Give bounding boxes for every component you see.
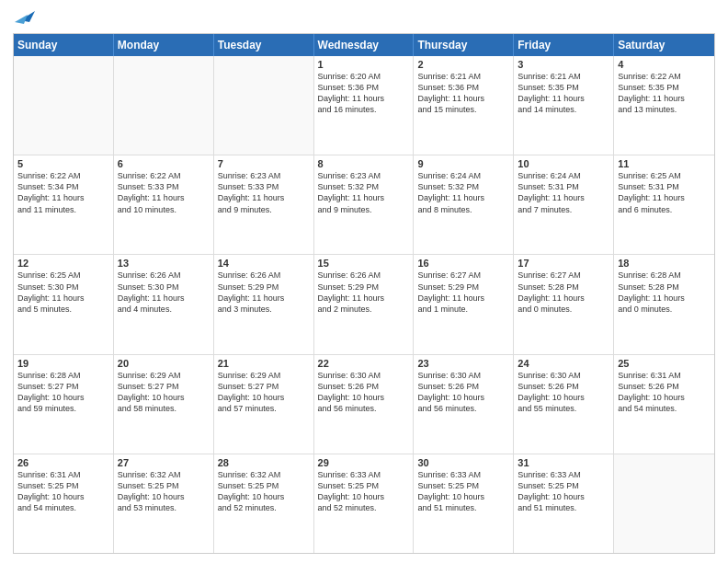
header-cell-thursday: Thursday	[414, 34, 514, 56]
day-info: Sunrise: 6:25 AM Sunset: 5:31 PM Dayligh…	[618, 170, 711, 215]
day-info: Sunrise: 6:33 AM Sunset: 5:25 PM Dayligh…	[318, 469, 410, 514]
day-number: 10	[518, 158, 609, 169]
day-info: Sunrise: 6:27 AM Sunset: 5:28 PM Dayligh…	[518, 270, 609, 315]
day-info: Sunrise: 6:26 AM Sunset: 5:29 PM Dayligh…	[218, 270, 310, 315]
calendar-cell: 25Sunrise: 6:31 AM Sunset: 5:26 PM Dayli…	[614, 355, 714, 454]
calendar-cell: 27Sunrise: 6:32 AM Sunset: 5:25 PM Dayli…	[114, 454, 214, 553]
day-number: 3	[518, 59, 609, 70]
day-number: 30	[417, 457, 509, 468]
header	[13, 9, 715, 26]
calendar-cell: 6Sunrise: 6:22 AM Sunset: 5:33 PM Daylig…	[114, 155, 214, 254]
day-info: Sunrise: 6:33 AM Sunset: 5:25 PM Dayligh…	[518, 469, 609, 514]
day-info: Sunrise: 6:28 AM Sunset: 5:27 PM Dayligh…	[17, 370, 109, 415]
calendar-cell: 18Sunrise: 6:28 AM Sunset: 5:28 PM Dayli…	[614, 255, 714, 353]
day-number: 1	[318, 59, 410, 70]
calendar-cell: 28Sunrise: 6:32 AM Sunset: 5:25 PM Dayli…	[214, 454, 314, 553]
calendar-cell: 14Sunrise: 6:26 AM Sunset: 5:29 PM Dayli…	[214, 255, 314, 353]
day-number: 2	[417, 59, 509, 70]
day-info: Sunrise: 6:31 AM Sunset: 5:25 PM Dayligh…	[17, 469, 109, 514]
calendar-cell: 4Sunrise: 6:22 AM Sunset: 5:35 PM Daylig…	[614, 56, 714, 155]
calendar: SundayMondayTuesdayWednesdayThursdayFrid…	[13, 33, 715, 554]
calendar-cell: 30Sunrise: 6:33 AM Sunset: 5:25 PM Dayli…	[414, 454, 514, 553]
day-info: Sunrise: 6:27 AM Sunset: 5:29 PM Dayligh…	[417, 270, 509, 315]
day-info: Sunrise: 6:25 AM Sunset: 5:30 PM Dayligh…	[17, 270, 109, 315]
day-number: 9	[417, 158, 509, 169]
day-number: 6	[118, 158, 210, 169]
day-info: Sunrise: 6:22 AM Sunset: 5:34 PM Dayligh…	[17, 170, 109, 215]
day-number: 13	[118, 258, 210, 269]
day-number: 4	[618, 59, 711, 70]
logo-icon	[15, 6, 35, 26]
day-number: 12	[17, 258, 109, 269]
day-number: 18	[618, 258, 711, 269]
day-info: Sunrise: 6:21 AM Sunset: 5:36 PM Dayligh…	[417, 71, 509, 116]
header-cell-monday: Monday	[114, 34, 214, 56]
day-number: 29	[318, 457, 410, 468]
day-number: 15	[318, 258, 410, 269]
calendar-cell: 13Sunrise: 6:26 AM Sunset: 5:30 PM Dayli…	[114, 255, 214, 353]
calendar-cell: 5Sunrise: 6:22 AM Sunset: 5:34 PM Daylig…	[14, 155, 114, 254]
day-info: Sunrise: 6:23 AM Sunset: 5:33 PM Dayligh…	[218, 170, 310, 215]
day-info: Sunrise: 6:22 AM Sunset: 5:35 PM Dayligh…	[618, 71, 711, 116]
header-cell-tuesday: Tuesday	[214, 34, 314, 56]
day-number: 28	[218, 457, 310, 468]
day-info: Sunrise: 6:29 AM Sunset: 5:27 PM Dayligh…	[118, 370, 210, 415]
svg-marker-1	[15, 15, 28, 24]
calendar-cell: 23Sunrise: 6:30 AM Sunset: 5:26 PM Dayli…	[414, 355, 514, 454]
day-number: 23	[417, 358, 509, 369]
day-number: 17	[518, 258, 609, 269]
calendar-cell: 2Sunrise: 6:21 AM Sunset: 5:36 PM Daylig…	[414, 56, 514, 155]
day-info: Sunrise: 6:20 AM Sunset: 5:36 PM Dayligh…	[318, 71, 410, 116]
calendar-cell: 7Sunrise: 6:23 AM Sunset: 5:33 PM Daylig…	[214, 155, 314, 254]
day-info: Sunrise: 6:29 AM Sunset: 5:27 PM Dayligh…	[218, 370, 310, 415]
calendar-week-5: 26Sunrise: 6:31 AM Sunset: 5:25 PM Dayli…	[14, 454, 714, 553]
day-info: Sunrise: 6:21 AM Sunset: 5:35 PM Dayligh…	[518, 71, 609, 116]
calendar-cell: 1Sunrise: 6:20 AM Sunset: 5:36 PM Daylig…	[314, 56, 415, 155]
calendar-cell: 26Sunrise: 6:31 AM Sunset: 5:25 PM Dayli…	[14, 454, 114, 553]
calendar-cell: 12Sunrise: 6:25 AM Sunset: 5:30 PM Dayli…	[14, 255, 114, 353]
day-info: Sunrise: 6:30 AM Sunset: 5:26 PM Dayligh…	[518, 370, 609, 415]
day-number: 7	[218, 158, 310, 169]
calendar-cell: 24Sunrise: 6:30 AM Sunset: 5:26 PM Dayli…	[514, 355, 614, 454]
day-number: 5	[17, 158, 109, 169]
calendar-cell: 15Sunrise: 6:26 AM Sunset: 5:29 PM Dayli…	[314, 255, 415, 353]
day-info: Sunrise: 6:32 AM Sunset: 5:25 PM Dayligh…	[218, 469, 310, 514]
calendar-cell: 21Sunrise: 6:29 AM Sunset: 5:27 PM Dayli…	[214, 355, 314, 454]
day-number: 31	[518, 457, 609, 468]
calendar-cell: 17Sunrise: 6:27 AM Sunset: 5:28 PM Dayli…	[514, 255, 614, 353]
day-info: Sunrise: 6:30 AM Sunset: 5:26 PM Dayligh…	[417, 370, 509, 415]
day-info: Sunrise: 6:26 AM Sunset: 5:29 PM Dayligh…	[318, 270, 410, 315]
day-number: 20	[118, 358, 210, 369]
calendar-cell	[14, 56, 114, 155]
header-cell-sunday: Sunday	[14, 34, 114, 56]
day-number: 14	[218, 258, 310, 269]
calendar-cell	[114, 56, 214, 155]
day-number: 21	[218, 358, 310, 369]
day-info: Sunrise: 6:28 AM Sunset: 5:28 PM Dayligh…	[618, 270, 711, 315]
calendar-cell: 8Sunrise: 6:23 AM Sunset: 5:32 PM Daylig…	[314, 155, 415, 254]
day-info: Sunrise: 6:22 AM Sunset: 5:33 PM Dayligh…	[118, 170, 210, 215]
calendar-cell	[214, 56, 314, 155]
day-info: Sunrise: 6:30 AM Sunset: 5:26 PM Dayligh…	[318, 370, 410, 415]
calendar-week-2: 5Sunrise: 6:22 AM Sunset: 5:34 PM Daylig…	[14, 155, 714, 255]
calendar-cell: 29Sunrise: 6:33 AM Sunset: 5:25 PM Dayli…	[314, 454, 415, 553]
day-number: 16	[417, 258, 509, 269]
logo	[13, 9, 35, 26]
day-info: Sunrise: 6:24 AM Sunset: 5:31 PM Dayligh…	[518, 170, 609, 215]
day-number: 25	[618, 358, 711, 369]
calendar-cell: 19Sunrise: 6:28 AM Sunset: 5:27 PM Dayli…	[14, 355, 114, 454]
calendar-body: 1Sunrise: 6:20 AM Sunset: 5:36 PM Daylig…	[14, 56, 714, 553]
day-info: Sunrise: 6:33 AM Sunset: 5:25 PM Dayligh…	[417, 469, 509, 514]
calendar-cell	[614, 454, 714, 553]
day-info: Sunrise: 6:23 AM Sunset: 5:32 PM Dayligh…	[318, 170, 410, 215]
day-info: Sunrise: 6:32 AM Sunset: 5:25 PM Dayligh…	[118, 469, 210, 514]
calendar-week-4: 19Sunrise: 6:28 AM Sunset: 5:27 PM Dayli…	[14, 355, 714, 454]
day-number: 8	[318, 158, 410, 169]
calendar-cell: 9Sunrise: 6:24 AM Sunset: 5:32 PM Daylig…	[414, 155, 514, 254]
calendar-cell: 3Sunrise: 6:21 AM Sunset: 5:35 PM Daylig…	[514, 56, 614, 155]
day-info: Sunrise: 6:24 AM Sunset: 5:32 PM Dayligh…	[417, 170, 509, 215]
calendar-cell: 31Sunrise: 6:33 AM Sunset: 5:25 PM Dayli…	[514, 454, 614, 553]
calendar-cell: 22Sunrise: 6:30 AM Sunset: 5:26 PM Dayli…	[314, 355, 415, 454]
day-number: 22	[318, 358, 410, 369]
day-info: Sunrise: 6:26 AM Sunset: 5:30 PM Dayligh…	[118, 270, 210, 315]
